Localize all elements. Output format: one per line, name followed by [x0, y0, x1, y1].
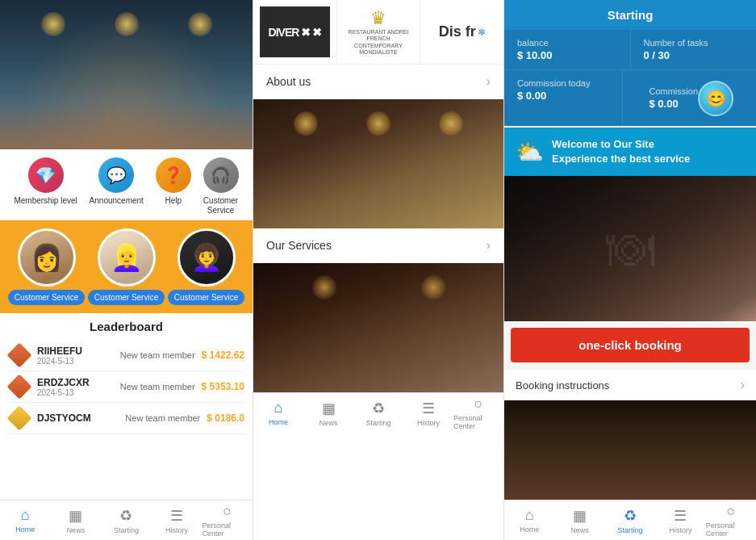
member-info-2: ERDZJCXR 2024-5-13	[37, 377, 114, 397]
personal-icon-mid: ○	[474, 396, 483, 412]
nav-home-right[interactable]: ⌂ Home	[504, 500, 554, 540]
logo-diver: DIVER ✖ ✖	[253, 0, 337, 64]
middle-bottom-nav: ⌂ Home ▦ News ♻ Starting ☰ History ○ Per…	[253, 392, 503, 433]
welcome-subtitle: Experience the best service	[552, 152, 690, 166]
nav-personal[interactable]: ○ Personal Center	[202, 500, 253, 540]
table-row: ERDZJCXR 2024-5-13 New team member $ 535…	[8, 371, 244, 403]
nav-starting-label: Starting	[114, 526, 139, 534]
nav-news-label: News	[67, 526, 86, 534]
help-item[interactable]: ❓ Help	[156, 157, 191, 216]
right-bottom-preview-image	[504, 400, 756, 500]
member-info-1: RIIHEEFU 2024-5-13	[37, 345, 114, 366]
nav-home-mid[interactable]: ⌂ Home	[253, 393, 303, 433]
andrei-restaurant-name: RESTAURANT ANDREI	[349, 29, 409, 36]
rank-icon-3	[8, 407, 31, 429]
cs-button-1[interactable]: Customer Service	[8, 290, 85, 305]
diamond-gold-icon	[6, 405, 31, 430]
help-label: Help	[165, 196, 182, 206]
nav-history-label: History	[165, 526, 188, 534]
diamond-icon	[6, 374, 31, 399]
leaderboard-title: Leaderboard	[8, 320, 244, 333]
nav-personal-mid[interactable]: ○ Personal Center	[453, 393, 503, 433]
tasks-label: Number of tasks	[644, 38, 744, 48]
history-icon-mid: ☰	[422, 400, 435, 417]
announcement-label: Announcement	[90, 196, 144, 206]
nav-news-label-right: News	[570, 526, 589, 534]
member-name-1: RIIHEEFU	[37, 345, 114, 357]
logo-andrei: ♛ RESTAURANT ANDREI FRENCH CONTEMPORARY …	[337, 0, 421, 64]
membership-icon: 💎	[28, 157, 64, 193]
cs-agent-2: 👱‍♀️ Customer Service	[88, 228, 165, 305]
member-info-3: DJSTYOCM	[37, 412, 119, 424]
right-restaurant-image: 🍽	[504, 176, 756, 321]
rank-icon-2	[8, 375, 31, 398]
nav-history-right[interactable]: ☰ History	[655, 500, 705, 540]
table-row: DJSTYOCM New team member $ 0186.0	[8, 403, 244, 434]
booking-button[interactable]: one-click booking	[511, 328, 750, 362]
membership-label: Membership level	[14, 196, 77, 206]
commission-today-label: Commission today	[517, 78, 609, 88]
nav-personal-right[interactable]: ○ Personal Center	[706, 500, 756, 540]
history-icon: ☰	[170, 507, 183, 525]
commission-stat-with-avatar: Commission $ 0.00 😊	[623, 70, 756, 126]
membership-item[interactable]: 💎 Membership level	[14, 157, 77, 216]
nav-history[interactable]: ☰ History	[152, 500, 203, 540]
tasks-stat: Number of tasks 0 / 30	[631, 30, 757, 69]
about-us-row[interactable]: About us ›	[253, 65, 503, 99]
our-services-row[interactable]: Our Services ›	[253, 228, 503, 263]
booking-instructions-row[interactable]: Booking instructions ›	[504, 369, 756, 400]
nav-personal-label-right: Personal Center	[706, 521, 756, 538]
starting-icon-mid: ♻	[372, 400, 385, 417]
welcome-title: Welcome to Our Site	[552, 137, 690, 152]
middle-panel: DIVER ✖ ✖ ♛ RESTAURANT ANDREI FRENCH CON…	[253, 0, 504, 540]
cs-button-2[interactable]: Customer Service	[88, 290, 165, 305]
nav-history-mid[interactable]: ☰ History	[403, 393, 453, 433]
member-role-3: New team member	[125, 413, 200, 423]
chevron-right-icon: ›	[487, 238, 491, 253]
nav-news[interactable]: ▦ News	[51, 500, 102, 540]
leaderboard-section: Leaderboard RIIHEEFU 2024-5-13 New team …	[0, 313, 253, 500]
nav-starting-right[interactable]: ♻ Starting	[605, 500, 655, 540]
nav-starting[interactable]: ♻ Starting	[101, 500, 152, 540]
member-amount-1: $ 1422.62	[202, 350, 244, 361]
nav-news-right[interactable]: ▦ News	[554, 500, 604, 540]
announcement-item[interactable]: 💬 Announcement	[90, 157, 144, 216]
balance-stat: balance $ 10.00	[504, 30, 631, 69]
restaurant-image-2	[253, 263, 503, 392]
cs-button-3[interactable]: Customer Service	[168, 290, 244, 305]
chevron-right-icon: ›	[487, 74, 491, 89]
avatar-emoji: 😊	[706, 89, 726, 108]
commission-today-value: $ 0.00	[517, 90, 609, 102]
welcome-text: Welcome to Our Site Experience the best …	[552, 137, 690, 166]
customer-service-icon: 🎧	[203, 157, 239, 193]
diamond-icon	[6, 342, 31, 367]
customer-service-item[interactable]: 🎧 Customer Service	[203, 157, 239, 216]
member-name-3: DJSTYOCM	[37, 412, 119, 424]
nav-home[interactable]: ⌂ Home	[0, 500, 51, 540]
nav-news-label-mid: News	[320, 419, 338, 427]
weather-icon: ⛅	[516, 139, 544, 165]
restaurant-scene-1	[253, 99, 503, 228]
user-avatar: 😊	[698, 81, 733, 116]
nav-starting-label-mid: Starting	[365, 419, 391, 427]
nav-starting-label-right: Starting	[618, 526, 643, 534]
right-panel: Starting balance $ 10.00 Number of tasks…	[504, 0, 756, 540]
nav-home-label-mid: Home	[269, 418, 288, 426]
member-role-2: New team member	[120, 382, 195, 391]
cs-avatar-1: 👩	[18, 228, 76, 287]
member-role-1: New team member	[120, 350, 195, 360]
commission-today-stat: Commission today $ 0.00	[504, 70, 623, 126]
diver-logo-text: DIVER ✖ ✖	[260, 6, 330, 57]
home-icon-mid: ⌂	[274, 400, 283, 417]
balance-label: balance	[517, 38, 617, 48]
nav-starting-mid[interactable]: ♻ Starting	[353, 393, 403, 433]
welcome-banner: ⛅ Welcome to Our Site Experience the bes…	[504, 128, 756, 176]
right-bottom-nav: ⌂ Home ▦ News ♻ Starting ☰ History ○ Per…	[504, 500, 756, 540]
nav-home-label: Home	[15, 525, 35, 534]
right-restaurant-scene: 🍽	[504, 176, 756, 321]
chevron-right-icon: ›	[741, 378, 745, 392]
nav-news-mid[interactable]: ▦ News	[303, 393, 353, 433]
logos-row: DIVER ✖ ✖ ♛ RESTAURANT ANDREI FRENCH CON…	[253, 0, 503, 65]
quick-actions-row: 💎 Membership level 💬 Announcement ❓ Help…	[0, 149, 253, 220]
nav-history-label-mid: History	[417, 419, 440, 427]
